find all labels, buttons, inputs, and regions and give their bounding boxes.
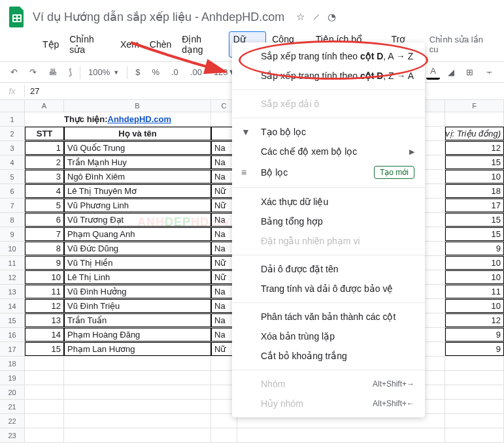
row-header[interactable]: 14 — [0, 299, 25, 313]
cell-stt[interactable]: 15 — [25, 342, 64, 356]
row-header[interactable]: 11 — [0, 256, 25, 270]
menu-sort-sheet-az[interactable]: Sắp xếp trang tính theo cột D, A → Z — [232, 46, 425, 66]
menu-named-ranges[interactable]: Dải ô được đặt tên — [232, 259, 425, 279]
row-header[interactable]: 6 — [0, 184, 25, 198]
cell-value[interactable]: 12 — [445, 141, 504, 155]
document-title[interactable]: Ví dụ Hướng dẫn sắp xếp liệu - AnhdepHD.… — [33, 10, 284, 24]
cell-name[interactable]: Phạm Quang Anh — [64, 227, 211, 241]
decrease-decimal-button[interactable]: .0 — [167, 65, 182, 80]
row-header[interactable]: 22 — [0, 414, 25, 428]
cell-stt[interactable]: 3 — [25, 170, 64, 183]
select-all-corner[interactable] — [0, 100, 25, 112]
row-header[interactable]: 12 — [0, 270, 25, 284]
row-header[interactable]: 13 — [0, 285, 25, 298]
cloud-icon[interactable]: ◔ — [328, 11, 336, 23]
cell-stt[interactable]: 9 — [25, 256, 64, 270]
cell-name[interactable]: Ngô Đình Xiêm — [64, 170, 211, 183]
increase-decimal-button[interactable]: .00 — [186, 65, 206, 80]
print-button[interactable]: 🖶 — [44, 65, 61, 80]
cell-name[interactable]: Vũ Thị Hiền — [64, 256, 211, 270]
col-header-B[interactable]: B — [64, 100, 211, 112]
zoom-select[interactable]: 100%▼ — [84, 65, 123, 80]
menu-sort-sheet-za[interactable]: Sắp xếp trang tính theo cột D, Z → A — [232, 66, 425, 86]
sheets-logo-icon[interactable] — [8, 5, 26, 29]
cell-value[interactable]: 15 — [445, 155, 504, 169]
cell-stt[interactable]: 2 — [25, 155, 64, 169]
menu-file[interactable]: Tệp — [38, 37, 63, 52]
cell-name[interactable]: Vũ Đình Triệu — [64, 299, 211, 313]
cell-name[interactable]: Vũ Quốc Trung — [64, 141, 211, 155]
cell-stt[interactable]: 11 — [25, 285, 64, 298]
row-header[interactable]: 5 — [0, 170, 25, 183]
row-header[interactable]: 20 — [0, 385, 25, 399]
row-header[interactable]: 2 — [0, 127, 25, 140]
text-color-button[interactable]: A — [426, 65, 440, 80]
cell-stt[interactable]: 5 — [25, 199, 64, 212]
cell-value[interactable]: 15 — [445, 213, 504, 227]
row-header[interactable]: 7 — [0, 199, 25, 212]
cell-value[interactable]: 10 — [445, 256, 504, 270]
cell-value[interactable]: 10 — [445, 299, 504, 313]
menu-edit[interactable]: Chỉnh sửa — [65, 31, 114, 57]
cell-stt[interactable]: 12 — [25, 299, 64, 313]
cell-value[interactable]: 12 — [445, 313, 504, 327]
row-header[interactable]: 21 — [0, 400, 25, 413]
cell-stt[interactable]: 1 — [25, 141, 64, 155]
borders-button[interactable]: ⊞ — [462, 65, 477, 80]
move-icon[interactable]: ⟋ — [311, 11, 321, 23]
fill-color-button[interactable]: ◢ — [444, 65, 458, 80]
undo-button[interactable]: ↶ — [7, 65, 22, 80]
paint-format-button[interactable]: ⟆ — [65, 65, 76, 80]
format-percent-button[interactable]: % — [148, 65, 163, 80]
header-name[interactable]: Họ và tên — [64, 127, 211, 140]
row-header[interactable]: 19 — [0, 371, 25, 385]
row-header[interactable]: 1 — [0, 112, 25, 126]
star-icon[interactable]: ☆ — [296, 11, 305, 23]
cell-name[interactable]: Lê Thị Linh — [64, 270, 211, 284]
row-header[interactable]: 16 — [0, 328, 25, 342]
cell-value[interactable]: 10 — [445, 170, 504, 183]
cell-stt[interactable]: 13 — [25, 313, 64, 327]
header-unit[interactable]: n vị: Triệu đồng) — [445, 127, 504, 140]
row-header[interactable]: 3 — [0, 141, 25, 155]
cell-value[interactable]: 15 — [445, 227, 504, 241]
header-stt[interactable]: STT — [25, 127, 64, 140]
cell-name[interactable]: Vũ Đức Dũng — [64, 242, 211, 255]
cell-name[interactable]: Trần Mạnh Huy — [64, 155, 211, 169]
cell-value[interactable]: 11 — [445, 285, 504, 298]
edit-history-link[interactable]: Chỉnh sửa lần cu — [429, 35, 496, 54]
cell-value[interactable]: 9 — [445, 328, 504, 342]
cell-name[interactable]: Vũ Trương Đạt — [64, 213, 211, 227]
formula-input[interactable]: 27 — [25, 86, 39, 96]
col-header-F[interactable]: F — [445, 100, 504, 112]
cell-stt[interactable]: 10 — [25, 270, 64, 284]
row-header[interactable]: 18 — [0, 357, 25, 370]
format-currency-button[interactable]: $ — [131, 65, 144, 80]
cell-stt[interactable]: 14 — [25, 328, 64, 342]
cell-name[interactable]: Phạm Lan Hương — [64, 342, 211, 356]
cell-stt[interactable]: 4 — [25, 184, 64, 198]
redo-button[interactable]: ↷ — [25, 65, 41, 80]
cell-value[interactable]: 18 — [445, 184, 504, 198]
cell-name[interactable]: Vũ Đình Hưởng — [64, 285, 211, 298]
cell-stt[interactable]: 8 — [25, 242, 64, 255]
title-cell[interactable]: Thực hiện: AnhdepHD.com — [25, 112, 211, 126]
menu-data-validation[interactable]: Xác thực dữ liệu — [232, 192, 425, 212]
row-header[interactable]: 17 — [0, 342, 25, 356]
cell-value[interactable]: 17 — [445, 199, 504, 212]
menu-trim-whitespace[interactable]: Cắt bỏ khoảng trắng — [232, 346, 425, 366]
row-header[interactable]: 4 — [0, 155, 25, 169]
cell-value[interactable]: 9 — [445, 342, 504, 356]
cell-stt[interactable]: 7 — [25, 227, 64, 241]
row-header[interactable]: 10 — [0, 242, 25, 255]
cell-value[interactable]: 9 — [445, 242, 504, 255]
merge-button[interactable]: ⫟ — [481, 65, 497, 80]
col-header-A[interactable]: A — [25, 100, 64, 112]
cell-name[interactable]: Lê Thị Thuyên Mơ — [64, 184, 211, 198]
menu-insert[interactable]: Chèn — [145, 37, 176, 52]
row-header[interactable]: 8 — [0, 213, 25, 227]
cell-name[interactable]: Vũ Phương Linh — [64, 199, 211, 212]
menu-format[interactable]: Định dạng — [177, 31, 227, 57]
menu-protect-sheets[interactable]: Trang tính và dải ô được bảo vệ — [232, 279, 425, 298]
menu-view[interactable]: Xem — [116, 37, 144, 52]
